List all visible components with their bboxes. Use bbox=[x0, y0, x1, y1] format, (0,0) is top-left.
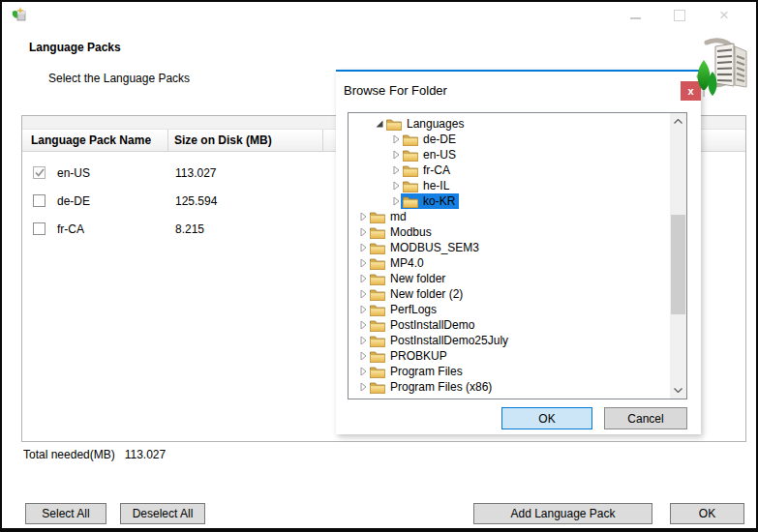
tree-item-label: Program Files bbox=[390, 365, 463, 378]
maximize-icon bbox=[674, 10, 685, 21]
tree-item-postinstalldemo25july[interactable]: PostInstallDemo25July bbox=[349, 333, 686, 348]
tree-item-label-wrap: PostInstallDemo25July bbox=[368, 333, 512, 348]
tree-item-probkup[interactable]: PROBKUP bbox=[349, 348, 686, 364]
checkbox-unchecked[interactable] bbox=[33, 194, 45, 207]
checkbox-unchecked[interactable] bbox=[33, 222, 45, 235]
collapsed-triangle-icon[interactable] bbox=[357, 212, 368, 222]
tree-item-perflogs[interactable]: PerfLogs bbox=[349, 302, 686, 317]
tree-item-label-wrap: New folder bbox=[368, 271, 449, 286]
checkbox-checked bbox=[33, 166, 45, 179]
collapsed-triangle-icon[interactable] bbox=[357, 274, 368, 283]
dialog-ok-button[interactable]: OK bbox=[501, 407, 592, 429]
tree-item-en-us[interactable]: en-US bbox=[349, 147, 686, 163]
column-divider bbox=[167, 130, 168, 151]
folder-icon bbox=[370, 288, 385, 301]
collapsed-triangle-icon[interactable] bbox=[357, 305, 368, 314]
add-language-pack-button[interactable]: Add Language Pack bbox=[473, 503, 652, 524]
folder-icon bbox=[370, 257, 385, 270]
chevron-down-icon bbox=[674, 388, 682, 393]
collapsed-triangle-icon[interactable] bbox=[390, 196, 401, 206]
maximize-button[interactable] bbox=[672, 8, 687, 23]
collapsed-triangle-icon[interactable] bbox=[357, 258, 368, 268]
collapsed-triangle-icon[interactable] bbox=[357, 336, 368, 345]
folder-icon bbox=[403, 180, 418, 192]
total-needed-value: 113.027 bbox=[125, 448, 167, 461]
tree-item-label-wrap: Program Files (x86) bbox=[368, 379, 496, 395]
folder-icon bbox=[403, 164, 418, 177]
folder-icon bbox=[370, 242, 385, 254]
tree-item-label-wrap: New folder (2) bbox=[368, 286, 467, 302]
collapsed-triangle-icon[interactable] bbox=[390, 134, 401, 144]
tree-item-label: PerfLogs bbox=[390, 303, 437, 316]
deselect-all-button[interactable]: Deselect All bbox=[120, 503, 205, 524]
collapsed-triangle-icon[interactable] bbox=[357, 320, 368, 330]
tree-item-he-il[interactable]: he-IL bbox=[349, 178, 686, 193]
tree-item-label-wrap: fr-CA bbox=[401, 163, 454, 178]
close-button[interactable]: × bbox=[716, 8, 732, 23]
tree-item-new-folder-2-[interactable]: New folder (2) bbox=[349, 286, 686, 302]
collapsed-triangle-icon[interactable] bbox=[390, 150, 401, 160]
collapsed-triangle-icon[interactable] bbox=[357, 227, 368, 237]
column-header-size: Size on Disk (MB) bbox=[174, 133, 272, 147]
collapsed-triangle-icon[interactable] bbox=[357, 289, 368, 299]
expanded-triangle-icon[interactable] bbox=[374, 119, 384, 129]
tree-item-ko-kr[interactable]: ko-KR bbox=[349, 193, 686, 209]
folder-icon bbox=[370, 335, 385, 347]
tree-item-label-wrap: PROBKUP bbox=[368, 348, 451, 364]
tree-item-label: Languages bbox=[407, 117, 464, 131]
tree-item-label: PostInstallDemo25July bbox=[390, 334, 508, 347]
tree-item-languages[interactable]: Languages bbox=[349, 116, 686, 132]
folder-icon bbox=[370, 226, 385, 239]
collapsed-triangle-icon[interactable] bbox=[390, 181, 401, 191]
folder-icon bbox=[370, 211, 385, 223]
tree-item-new-folder[interactable]: New folder bbox=[349, 271, 686, 286]
language-pack-size: 8.215 bbox=[175, 222, 204, 236]
tree-item-label-wrap: md bbox=[368, 209, 410, 224]
tree-item-label-wrap: PostInstallDemo bbox=[368, 317, 478, 333]
scrollbar-thumb[interactable] bbox=[671, 215, 685, 314]
tree-item-label-wrap: PerfLogs bbox=[368, 302, 440, 317]
scroll-up-button[interactable] bbox=[670, 113, 686, 130]
tree-item-modbus-sem3[interactable]: MODBUS_SEM3 bbox=[349, 240, 686, 255]
tree-item-de-de[interactable]: de-DE bbox=[349, 132, 686, 147]
collapsed-triangle-icon[interactable] bbox=[357, 351, 368, 361]
column-header-name: Language Pack Name bbox=[31, 133, 151, 147]
tree-scrollbar[interactable] bbox=[670, 113, 686, 399]
minimize-button[interactable] bbox=[627, 8, 643, 23]
language-pack-name: fr-CA bbox=[57, 222, 84, 236]
language-pack-name: en-US bbox=[57, 166, 90, 180]
dialog-close-button[interactable]: x bbox=[681, 81, 701, 101]
tree-item-program-files-x86-[interactable]: Program Files (x86) bbox=[349, 379, 686, 395]
tree-item-program-files[interactable]: Program Files bbox=[349, 364, 686, 379]
tree-item-label-wrap: MODBUS_SEM3 bbox=[368, 240, 483, 255]
tree-item-label-wrap: he-IL bbox=[401, 178, 453, 193]
tree-item-label: MP4.0 bbox=[390, 256, 424, 270]
browse-for-folder-dialog: Browse For Folder x Languagesde-DEen-USf… bbox=[336, 70, 701, 434]
folder-tree-items: Languagesde-DEen-USfr-CAhe-ILko-KRmdModb… bbox=[349, 113, 686, 395]
minimize-icon bbox=[630, 17, 641, 19]
tree-item-modbus[interactable]: Modbus bbox=[349, 224, 686, 240]
tree-item-md[interactable]: md bbox=[349, 209, 686, 224]
folder-icon bbox=[370, 381, 385, 394]
tree-item-fr-ca[interactable]: fr-CA bbox=[349, 163, 686, 178]
collapsed-triangle-icon[interactable] bbox=[357, 243, 368, 252]
tree-item-label: ko-KR bbox=[423, 194, 455, 208]
collapsed-triangle-icon[interactable] bbox=[357, 382, 368, 392]
title-bar: × bbox=[2, 2, 756, 31]
folder-icon bbox=[403, 195, 418, 208]
dialog-cancel-button[interactable]: Cancel bbox=[604, 407, 687, 429]
tree-item-label-wrap: de-DE bbox=[401, 132, 460, 147]
collapsed-triangle-icon[interactable] bbox=[357, 367, 368, 376]
collapsed-triangle-icon[interactable] bbox=[390, 165, 401, 175]
folder-icon bbox=[370, 273, 385, 285]
tree-item-mp4-0[interactable]: MP4.0 bbox=[349, 255, 686, 271]
folder-icon bbox=[386, 118, 402, 131]
scroll-down-button[interactable] bbox=[670, 382, 686, 399]
ok-button-main[interactable]: OK bbox=[670, 503, 744, 524]
language-packs-window: × Language Packs Select the Language Pac… bbox=[0, 0, 758, 532]
tree-item-postinstalldemo[interactable]: PostInstallDemo bbox=[349, 317, 686, 333]
tree-item-label: PROBKUP bbox=[390, 349, 447, 363]
select-all-button[interactable]: Select All bbox=[25, 503, 106, 524]
page-subtitle: Select the Language Packs bbox=[48, 72, 190, 85]
tree-item-label: PostInstallDemo bbox=[390, 318, 474, 332]
